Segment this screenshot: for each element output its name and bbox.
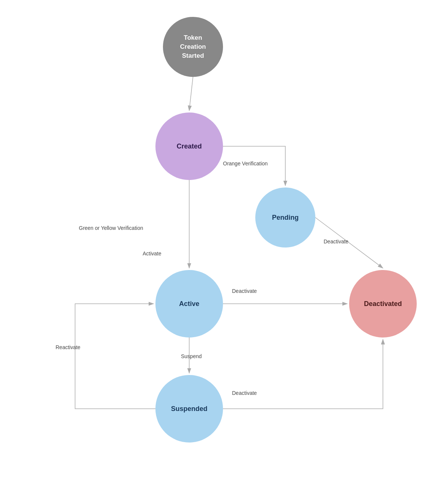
svg-line-1 bbox=[189, 77, 193, 111]
label-deactivate-active: Deactivate bbox=[232, 288, 257, 294]
label-deactivate-suspended: Deactivate bbox=[232, 390, 257, 396]
node-active-label: Active bbox=[179, 300, 199, 308]
label-suspend: Suspend bbox=[181, 353, 202, 359]
node-deactivated-label: Deactivated bbox=[364, 300, 402, 308]
node-created-label: Created bbox=[176, 142, 202, 150]
node-pending: Pending bbox=[255, 188, 315, 248]
node-pending-label: Pending bbox=[272, 214, 299, 222]
label-deactivate-pending: Deactivate bbox=[324, 238, 348, 244]
diagram-container: Token Creation Started Created Pending A… bbox=[0, 0, 446, 504]
node-created: Created bbox=[155, 112, 223, 180]
label-orange-verification: Orange Verification bbox=[223, 160, 268, 166]
node-suspended-label: Suspended bbox=[171, 405, 207, 413]
node-suspended: Suspended bbox=[155, 375, 223, 442]
connectors-svg bbox=[0, 0, 446, 504]
node-active: Active bbox=[155, 270, 223, 338]
node-start: Token Creation Started bbox=[163, 17, 223, 77]
node-deactivated: Deactivated bbox=[349, 270, 417, 338]
label-activate: Activate bbox=[143, 250, 161, 256]
label-green-yellow-verification: Green or Yellow Verification bbox=[79, 225, 143, 231]
node-start-label: Token Creation Started bbox=[180, 33, 206, 60]
label-reactivate: Reactivate bbox=[56, 344, 80, 350]
